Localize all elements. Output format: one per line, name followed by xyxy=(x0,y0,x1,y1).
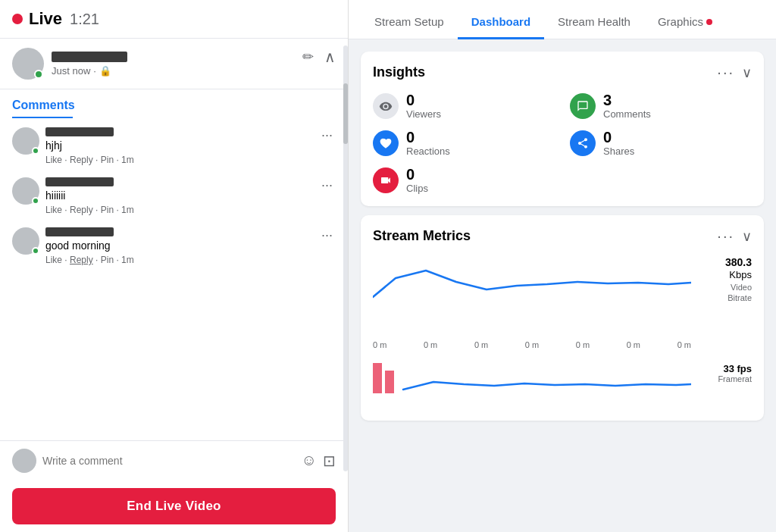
fps-label: 33 fps Framerat xyxy=(718,363,752,383)
list-item: hjhj Like · Reply · Pin · 1m ··· xyxy=(12,127,336,165)
like-link[interactable]: Like xyxy=(45,255,62,265)
right-panel: Stream Setup Dashboard Stream Health Gra… xyxy=(349,0,776,532)
reply-link[interactable]: Reply xyxy=(70,155,93,165)
shares-label: Shares xyxy=(603,146,634,157)
comments-underline xyxy=(12,117,73,118)
list-item: hiiiiii Like · Reply · Pin · 1m ··· xyxy=(12,177,336,215)
online-indicator xyxy=(34,70,43,79)
write-comment-bar: ☺ ⊡ xyxy=(0,440,348,480)
more-options-icon[interactable]: ··· xyxy=(717,64,734,81)
reactions-data: 0 Reactions xyxy=(406,129,450,157)
comment-text: hiiiiii xyxy=(45,189,312,202)
clips-value: 0 xyxy=(406,166,428,183)
viewers-icon xyxy=(373,93,399,119)
clips-data: 0 Clips xyxy=(406,166,428,194)
bitrate-desc2: Bitrate xyxy=(725,293,752,303)
end-live-button[interactable]: End Live Video xyxy=(12,488,336,524)
comment-content: hiiiiii Like · Reply · Pin · 1m xyxy=(45,177,312,215)
clips-label: Clips xyxy=(406,183,428,194)
bitrate-unit: Kbps xyxy=(725,269,752,282)
comment-actions: Like · Reply · Pin · 1m xyxy=(45,205,312,215)
bitrate-value: 380.3 xyxy=(725,255,752,269)
right-content: Insights ··· ∨ 0 Viewers xyxy=(349,39,776,532)
fps-desc: Framerat xyxy=(718,374,752,383)
live-indicator xyxy=(12,14,23,24)
insights-grid: 0 Viewers 3 Comments xyxy=(373,92,752,194)
tab-graphics[interactable]: Graphics xyxy=(644,5,726,39)
clips-icon xyxy=(373,167,399,193)
reply-link[interactable]: Reply xyxy=(70,255,93,265)
insights-header: Insights ··· ∨ xyxy=(373,64,752,81)
comments-data: 3 Comments xyxy=(603,92,651,120)
avatar xyxy=(12,227,39,255)
sticker-icon[interactable]: ⊡ xyxy=(323,452,336,470)
comments-metric: 3 Comments xyxy=(570,92,752,120)
list-item: good morning Like · Reply · Pin · 1m ··· xyxy=(12,227,336,265)
username-bar xyxy=(52,52,127,62)
post-meta: Just now · 🔒 xyxy=(52,65,127,77)
svg-rect-0 xyxy=(373,363,382,393)
tabs-bar: Stream Setup Dashboard Stream Health Gra… xyxy=(349,0,776,39)
online-indicator xyxy=(32,147,39,155)
stream-metrics-title: Stream Metrics xyxy=(373,228,471,244)
shares-data: 0 Shares xyxy=(603,129,634,157)
collapse-icon[interactable]: ∨ xyxy=(742,228,752,245)
comment-text: hjhj xyxy=(45,139,312,152)
pin-link[interactable]: Pin xyxy=(101,205,114,215)
svg-rect-1 xyxy=(385,371,394,393)
tab-stream-setup[interactable]: Stream Setup xyxy=(361,5,458,39)
comment-actions: Like · Reply · Pin · 1m xyxy=(45,155,312,165)
online-indicator xyxy=(32,247,39,255)
live-timer: 1:21 xyxy=(70,11,99,28)
avatar xyxy=(12,177,39,205)
header-actions: ··· ∨ xyxy=(717,227,752,245)
bitrate-chart: 380.3 Kbps Video Bitrate xyxy=(373,255,752,339)
viewers-value: 0 xyxy=(406,92,441,108)
collapse-icon[interactable]: ∨ xyxy=(742,64,752,81)
pin-link[interactable]: Pin xyxy=(101,155,114,165)
comment-icons: ☺ ⊡ xyxy=(302,452,336,470)
scrollbar[interactable] xyxy=(343,45,348,471)
comment-text: good morning xyxy=(45,239,312,252)
edit-icon[interactable]: ✏ xyxy=(302,49,314,65)
avatar xyxy=(12,127,39,155)
shares-metric: 0 Shares xyxy=(570,129,752,157)
emoji-icon[interactable]: ☺ xyxy=(302,452,317,470)
stream-metrics-header: Stream Metrics ··· ∨ xyxy=(373,227,752,245)
tab-dashboard[interactable]: Dashboard xyxy=(458,5,544,39)
pin-link[interactable]: Pin xyxy=(101,255,114,265)
left-panel: Live 1:21 Just now · 🔒 ✏ ∧ Comments xyxy=(0,0,349,532)
comment-input[interactable] xyxy=(42,455,296,467)
live-label: Live xyxy=(29,9,62,29)
fps-value: 33 fps xyxy=(718,363,752,374)
reply-link[interactable]: Reply xyxy=(70,205,93,215)
insights-card: Insights ··· ∨ 0 Viewers xyxy=(361,52,764,206)
comment-content: good morning Like · Reply · Pin · 1m xyxy=(45,227,312,265)
reactions-label: Reactions xyxy=(406,146,450,157)
stream-metrics-card: Stream Metrics ··· ∨ 380.3 Kbps Video Bi… xyxy=(361,215,764,421)
post-actions: ✏ ∧ xyxy=(302,48,336,66)
reactions-metric: 0 Reactions xyxy=(373,129,555,157)
tab-stream-health[interactable]: Stream Health xyxy=(544,5,644,39)
more-options[interactable]: ··· xyxy=(318,177,336,193)
tab-dot xyxy=(706,19,712,25)
insights-title: Insights xyxy=(373,64,425,80)
bitrate-chart-svg xyxy=(373,255,691,316)
post-author: Just now · 🔒 xyxy=(12,48,127,80)
comments-label: Comments xyxy=(603,108,651,120)
like-link[interactable]: Like xyxy=(45,155,62,165)
scrollbar-thumb[interactable] xyxy=(343,83,348,144)
bitrate-label: 380.3 Kbps Video Bitrate xyxy=(725,255,752,304)
comments-section: Comments hjhj Like · Reply · Pin · 1m ··… xyxy=(0,89,348,440)
more-options[interactable]: ··· xyxy=(318,127,336,143)
reactions-icon xyxy=(373,130,399,156)
like-link[interactable]: Like xyxy=(45,205,62,215)
viewers-metric: 0 Viewers xyxy=(373,92,555,120)
more-options-icon[interactable]: ··· xyxy=(717,227,734,245)
viewers-label: Viewers xyxy=(406,108,441,120)
online-indicator xyxy=(32,197,39,205)
comment-username xyxy=(45,177,114,186)
bitrate-desc: Video xyxy=(725,282,752,293)
more-options[interactable]: ··· xyxy=(318,227,336,243)
collapse-icon[interactable]: ∧ xyxy=(324,48,336,66)
